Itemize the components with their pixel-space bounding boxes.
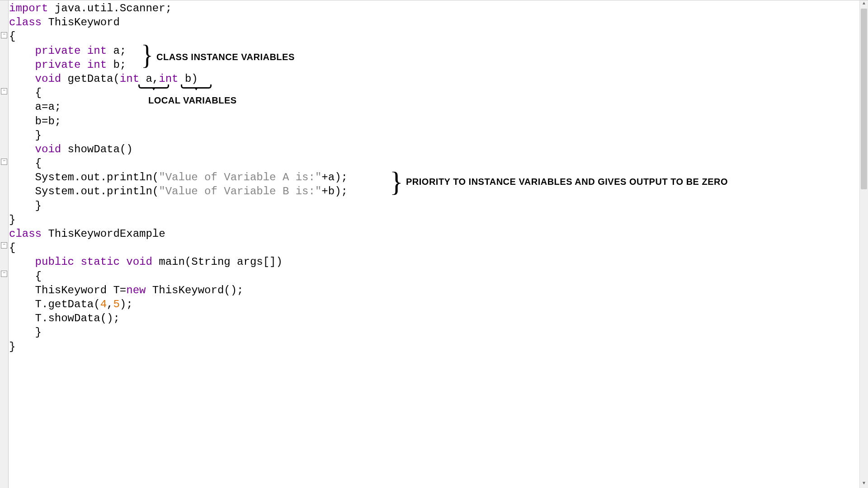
indent [9, 129, 35, 141]
code-text: +b); [321, 185, 348, 197]
indent [9, 284, 35, 296]
indent [9, 256, 35, 268]
indent [9, 157, 35, 169]
brace-close: } [35, 129, 42, 141]
var-decl: a; [107, 45, 126, 57]
fold-marker[interactable]: − [1, 88, 7, 94]
scroll-down-icon[interactable]: ▼ [860, 480, 868, 488]
code-text: +a); [321, 171, 348, 183]
method-call: System.out.println( [35, 185, 159, 197]
annotation-class-instance: CLASS INSTANCE VARIABLES [156, 51, 295, 63]
indent [9, 200, 35, 212]
class-name: ThisKeywordExample [42, 228, 165, 240]
keyword-class: class [9, 228, 42, 240]
scroll-thumb[interactable] [861, 9, 867, 189]
comma: , [107, 298, 113, 310]
keyword-class: class [9, 16, 42, 28]
fold-gutter: − − − − − [0, 0, 9, 488]
indent [9, 185, 35, 197]
keyword-int: int [120, 73, 139, 85]
keyword-public-static-void: public static void [35, 256, 152, 268]
code-text: ThisKeyword(); [146, 284, 243, 296]
brace-close: } [9, 341, 15, 353]
class-name: ThisKeyword [42, 16, 120, 28]
keyword-import: import [9, 2, 48, 14]
indent [9, 270, 35, 282]
keyword-private-int: private int [35, 59, 107, 71]
brace-close: } [35, 200, 42, 212]
indent [9, 73, 35, 85]
vertical-scrollbar[interactable]: ▲ ▼ [859, 0, 868, 488]
param: a, [139, 73, 159, 85]
underbrace-icon [181, 84, 212, 89]
indent [9, 45, 35, 57]
keyword-void: void [35, 143, 61, 155]
keyword-void: void [35, 73, 61, 85]
indent [9, 59, 35, 71]
annotation-priority: PRIORITY TO INSTANCE VARIABLES AND GIVES… [406, 176, 728, 188]
brace-icon: } [390, 168, 403, 196]
brace-open: { [35, 157, 42, 169]
brace-icon: } [141, 41, 153, 69]
number-literal: 4 [100, 298, 107, 310]
brace-open: { [9, 242, 15, 254]
indent [9, 171, 35, 183]
code-editor: − − − − − import java.util.Scanner; clas… [0, 0, 868, 488]
method-call: T.showData(); [35, 312, 120, 324]
indent [9, 87, 35, 99]
number-literal: 5 [113, 298, 119, 310]
annotation-local-variables: LOCAL VARIABLES [148, 94, 237, 106]
method-sig: main(String args[]) [152, 256, 283, 268]
method-call: System.out.println( [35, 171, 159, 183]
fold-marker[interactable]: − [1, 271, 7, 277]
fold-marker[interactable]: − [1, 32, 7, 38]
indent [9, 115, 35, 127]
keyword-int: int [159, 73, 178, 85]
fold-marker[interactable]: − [1, 242, 7, 249]
keyword-new: new [126, 284, 146, 296]
brace-open: { [35, 87, 42, 99]
keyword-private-int: private int [35, 45, 107, 57]
fold-marker[interactable]: − [1, 159, 7, 165]
code-text: java.util.Scanner; [48, 2, 172, 14]
indent [9, 312, 35, 324]
brace-close: } [9, 214, 15, 226]
assignment: b=b; [35, 115, 61, 127]
code-text: ThisKeyword T= [35, 284, 127, 296]
param: b) [179, 73, 198, 85]
assignment: a=a; [35, 101, 61, 113]
method-name: getData( [61, 73, 120, 85]
code-text: ); [120, 298, 133, 310]
brace-close: } [35, 326, 42, 338]
indent [9, 101, 35, 113]
indent [9, 298, 35, 310]
indent [9, 326, 35, 338]
brace-open: { [9, 30, 15, 42]
string-literal: "Value of Variable B is:" [159, 185, 321, 197]
method-name: showData() [61, 143, 132, 155]
string-literal: "Value of Variable A is:" [159, 171, 321, 183]
underbrace-icon [138, 84, 169, 89]
scroll-up-icon[interactable]: ▲ [860, 0, 868, 9]
indent [9, 143, 35, 155]
var-decl: b; [107, 59, 126, 71]
brace-open: { [35, 270, 42, 282]
method-call: T.getData( [35, 298, 100, 310]
